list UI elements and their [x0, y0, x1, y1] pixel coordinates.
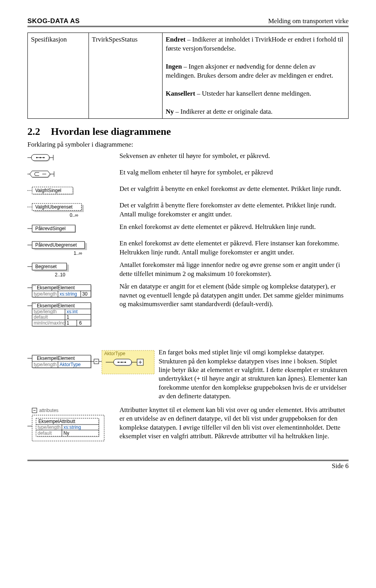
- svg-marker-10: [30, 171, 50, 177]
- status-kansellert-label: Kansellert: [166, 90, 195, 97]
- default-val: 1: [67, 314, 69, 320]
- status-endret-text: – Indikerer at innholdet i TrvirkHode er…: [166, 36, 343, 52]
- typelen-4: type/length: [38, 425, 61, 430]
- header-doc-title: Melding om transportert virke: [268, 17, 349, 25]
- spec-col3: Endret – Indikerer at innholdet i Trvirk…: [162, 33, 348, 119]
- section-intro: Forklaring på symboler i diagrammene:: [27, 141, 349, 149]
- bounded-label: Begrenset: [35, 264, 57, 269]
- typelen-1: type/length: [34, 291, 57, 297]
- complex-icon: AktorType EksempelElement type/: [27, 348, 159, 383]
- typelen-3: type/length: [34, 362, 57, 367]
- xsstring-1: xs:string: [60, 291, 77, 297]
- section-heading: 2.2Hvordan lese diagrammene: [27, 126, 349, 138]
- opt-single-label: ValgfriSingel: [35, 188, 61, 193]
- required-unbounded-icon: PåkrevdUbegrenset 1..∞: [27, 239, 119, 259]
- aktortype-title: AktorType: [104, 351, 125, 356]
- legend-required-unbounded-text: En enkel forekomst av dette elementet er…: [119, 239, 349, 259]
- datatype-icon: ⎴ EksempelElement type/length xs:string …: [27, 282, 119, 336]
- legend-required-single: PåkrevdSingel En enkel forekomst av dett…: [27, 223, 349, 238]
- status-ny-label: Ny: [166, 108, 174, 115]
- header-company: SKOG-DATA AS: [27, 17, 80, 25]
- legend-optional-unbounded: ValgfriUbegrenset 0..∞ Det er valgfritt …: [27, 201, 349, 221]
- legend-datatype: ⎴ EksempelElement type/length xs:string …: [27, 282, 349, 336]
- status-ingen-label: Ingen: [166, 63, 182, 70]
- thirty: 30: [82, 291, 88, 297]
- attributes-label: attributes: [39, 408, 58, 413]
- ex-attr-name: EksempelAttributt: [38, 419, 76, 424]
- bounded-card: 2..10: [55, 272, 65, 278]
- legend-complex-text: En farget boks med stiplet linje vil omg…: [159, 348, 349, 404]
- legend-choice: Et valg mellom enheter til høyre for sym…: [27, 168, 349, 183]
- choice-icon: [27, 168, 119, 183]
- legend-attributes: attributes EksempelAttributt type/length…: [27, 406, 349, 448]
- ex-el-3: EksempelElement: [37, 356, 75, 361]
- req-unb-label: PåkrevdUbegrenset: [35, 242, 77, 248]
- typelen-2: type/length: [34, 309, 57, 314]
- ex-el-2: EksempelElement: [37, 303, 75, 309]
- footer-rule: [27, 460, 349, 461]
- table-row: Spesifikasjon TrvirkSpesStatus Endret – …: [28, 33, 349, 119]
- header-rule: [27, 26, 349, 27]
- legend-bounded-text: Antallet forekomster må ligge innenfor n…: [119, 261, 349, 281]
- default-lbl: default: [34, 314, 48, 320]
- status-endret-label: Endret: [166, 36, 186, 43]
- legend-required-unbounded: PåkrevdUbegrenset 1..∞ En enkel forekoms…: [27, 239, 349, 259]
- status-kansellert-text: – Utsteder har kansellert denne meldinge…: [195, 90, 311, 97]
- spec-col1: Spesifikasjon: [28, 33, 89, 119]
- max-val: 6: [79, 320, 82, 326]
- legend-datatype-text: Når en datatype er angitt for et element…: [119, 282, 349, 312]
- legend-optional-single-text: Det er valgfritt å benytte en enkel fore…: [119, 185, 349, 196]
- xsstring-2: xs:string: [63, 425, 81, 430]
- legend-bounded: Begrenset 2..10 Antallet forekomster må …: [27, 261, 349, 281]
- minmax-lbl: minIncl/maxIncl: [34, 320, 66, 326]
- aktortype-val: AktorType: [60, 362, 81, 367]
- legend-optional-single: ValgfriSingel Det er valgfritt å benytte…: [27, 185, 349, 200]
- optional-single-icon: ValgfriSingel: [27, 185, 119, 200]
- tl-marker1: ⎴: [33, 285, 36, 290]
- status-ingen-text: – Ingen aksjoner er nødvendig for denne …: [166, 63, 333, 79]
- legend-required-single-text: En enkel forekomst av dette elementet er…: [119, 223, 349, 234]
- xsint: xs:int: [67, 309, 78, 314]
- legend-attributes-text: Attributter knyttet til et element kan b…: [119, 406, 349, 444]
- section-title: Hvordan lese diagrammene: [51, 126, 171, 137]
- default-lbl-2: default: [38, 430, 52, 436]
- legend-choice-text: Et valg mellom enheter til høyre for sym…: [119, 168, 349, 179]
- opt-unb-card: 0..∞: [70, 212, 78, 218]
- legend-optional-unbounded-text: Det er valgfritt å benytte flere forekom…: [119, 201, 349, 221]
- req-unb-card: 1..∞: [74, 250, 82, 256]
- required-single-icon: PåkrevdSingel: [27, 223, 119, 238]
- ex-el-1: EksempelElement: [37, 285, 75, 290]
- min-val: 1: [67, 320, 69, 326]
- default-ny: Ny: [63, 430, 69, 436]
- spec-col2: TrvirkSpesStatus: [89, 33, 162, 119]
- page-footer: Side 6: [27, 462, 349, 470]
- legend-sequence-text: Sekvensen av enheter til høyre for symbo…: [119, 152, 349, 163]
- section-number: 2.2: [27, 126, 51, 138]
- tl-marker2: ⎴: [33, 303, 36, 309]
- legend-sequence: Sekvensen av enheter til høyre for symbo…: [27, 152, 349, 167]
- attributes-icon: attributes EksempelAttributt type/length…: [27, 406, 119, 448]
- optional-unbounded-icon: ValgfriUbegrenset 0..∞: [27, 201, 119, 221]
- status-ny-text: – Indikerer at dette er originale data.: [174, 108, 273, 115]
- sequence-icon: [27, 152, 119, 167]
- opt-unb-label: ValgfriUbegrenset: [35, 204, 73, 210]
- spec-table: Spesifikasjon TrvirkSpesStatus Endret – …: [27, 33, 349, 119]
- req-single-label: PåkrevdSingel: [35, 226, 65, 231]
- legend-complex: AktorType EksempelElement type/: [27, 348, 349, 404]
- bounded-icon: Begrenset 2..10: [27, 261, 119, 280]
